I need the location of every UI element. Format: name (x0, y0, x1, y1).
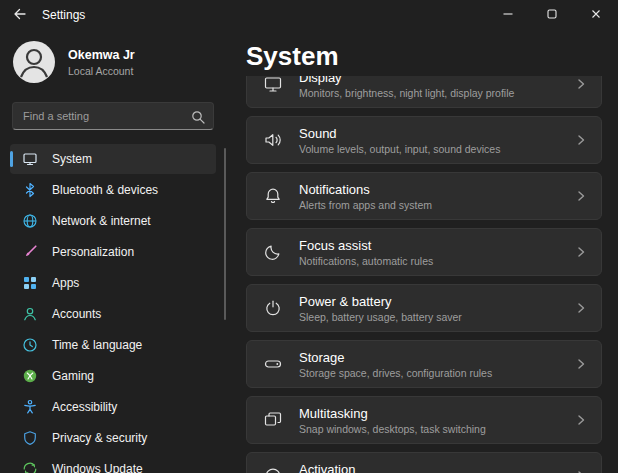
search-box (12, 102, 214, 130)
sidebar-item-time-language[interactable]: Time & language (10, 330, 216, 360)
sidebar-item-label: Gaming (52, 369, 94, 383)
bluetooth-icon (22, 182, 38, 198)
card-subtitle: Monitors, brightness, night light, displ… (299, 87, 514, 99)
sidebar-item-system[interactable]: System (10, 144, 216, 174)
titlebar: Settings (0, 0, 618, 30)
sidebar-item-apps[interactable]: Apps (10, 268, 216, 298)
card-title: Notifications (299, 182, 432, 197)
settings-card-power-battery[interactable]: Power & battery Sleep, battery usage, ba… (246, 284, 602, 332)
card-title: Sound (299, 126, 500, 141)
storage-drive-icon (263, 354, 283, 374)
update-arrows-icon (22, 461, 38, 473)
card-subtitle: Notifications, automatic rules (299, 255, 433, 267)
avatar (12, 40, 56, 84)
sidebar-item-label: Network & internet (52, 214, 151, 228)
sidebar-item-privacy-security[interactable]: Privacy & security (10, 423, 216, 453)
accessibility-icon (22, 399, 38, 415)
card-subtitle: Alerts from apps and system (299, 199, 432, 211)
settings-card-display[interactable]: Display Monitors, brightness, night ligh… (246, 76, 602, 108)
settings-card-sound[interactable]: Sound Volume levels, output, input, soun… (246, 116, 602, 164)
settings-card-activation[interactable]: Activation Activation state, subscriptio… (246, 452, 602, 473)
settings-card-storage[interactable]: Storage Storage space, drives, configura… (246, 340, 602, 388)
card-subtitle: Storage space, drives, configuration rul… (299, 367, 492, 379)
clock-icon (22, 337, 38, 353)
xbox-icon (22, 368, 38, 384)
minimize-button[interactable] (486, 0, 530, 30)
person-icon (22, 306, 38, 322)
sidebar-item-accessibility[interactable]: Accessibility (10, 392, 216, 422)
sidebar-item-gaming[interactable]: Gaming (10, 361, 216, 391)
sidebar-nav: System Bluetooth & devices Network & int… (10, 144, 216, 473)
search-icon (191, 110, 205, 124)
card-title: Power & battery (299, 294, 462, 309)
settings-cards: Display Monitors, brightness, night ligh… (246, 76, 602, 473)
back-button[interactable] (0, 0, 40, 30)
sidebar-item-label: Accessibility (52, 400, 117, 414)
bell-icon (263, 186, 283, 206)
card-subtitle: Sleep, battery usage, battery saver (299, 311, 462, 323)
power-icon (263, 298, 283, 318)
sidebar-item-windows-update[interactable]: Windows Update (10, 454, 216, 473)
settings-card-focus-assist[interactable]: Focus assist Notifications, automatic ru… (246, 228, 602, 276)
window-controls (486, 0, 618, 30)
sidebar-item-bluetooth-devices[interactable]: Bluetooth & devices (10, 175, 216, 205)
sidebar-item-network-internet[interactable]: Network & internet (10, 206, 216, 236)
multitasking-windows-icon (263, 410, 283, 430)
minimize-icon (501, 7, 515, 24)
sidebar-item-label: Time & language (52, 338, 142, 352)
globe-icon (22, 213, 38, 229)
sidebar: Okemwa Jr Local Account System (0, 30, 226, 473)
chevron-right-icon (575, 246, 587, 258)
close-icon (589, 7, 603, 24)
chevron-right-icon (575, 190, 587, 202)
settings-card-multitasking[interactable]: Multitasking Snap windows, desktops, tas… (246, 396, 602, 444)
chevron-right-icon (575, 302, 587, 314)
card-subtitle: Snap windows, desktops, task switching (299, 423, 486, 435)
close-button[interactable] (574, 0, 618, 30)
sidebar-item-label: Privacy & security (52, 431, 147, 445)
card-title: Activation (299, 462, 497, 473)
search-input[interactable] (13, 103, 213, 129)
main-content: System Display Monitors, brightness, nig… (226, 30, 618, 473)
card-title: Multitasking (299, 406, 486, 421)
chevron-right-icon (575, 414, 587, 426)
settings-window: Settings (0, 0, 618, 473)
account-type: Local Account (68, 65, 135, 77)
maximize-icon (545, 7, 559, 24)
maximize-button[interactable] (530, 0, 574, 30)
sidebar-item-label: Apps (52, 276, 79, 290)
sidebar-item-label: Accounts (52, 307, 101, 321)
sidebar-item-label: Bluetooth & devices (52, 183, 158, 197)
system-icon (22, 151, 38, 167)
page-title: System (246, 40, 602, 72)
sidebar-item-accounts[interactable]: Accounts (10, 299, 216, 329)
user-profile[interactable]: Okemwa Jr Local Account (10, 32, 216, 92)
chevron-right-icon (575, 134, 587, 146)
card-subtitle: Volume levels, output, input, sound devi… (299, 143, 500, 155)
sidebar-item-label: System (52, 152, 92, 166)
chevron-right-icon (575, 358, 587, 370)
user-name: Okemwa Jr (68, 48, 135, 62)
shield-icon (22, 430, 38, 446)
chevron-right-icon (575, 78, 587, 90)
sound-icon (263, 130, 283, 150)
settings-card-notifications[interactable]: Notifications Alerts from apps and syste… (246, 172, 602, 220)
paintbrush-icon (22, 244, 38, 260)
card-title: Storage (299, 350, 492, 365)
back-arrow-icon (12, 6, 28, 25)
sidebar-scrollbar[interactable] (224, 148, 226, 320)
crescent-moon-icon (263, 242, 283, 262)
apps-grid-icon (22, 275, 38, 291)
sidebar-item-label: Windows Update (52, 462, 143, 473)
sidebar-item-personalization[interactable]: Personalization (10, 237, 216, 267)
sidebar-item-label: Personalization (52, 245, 134, 259)
card-title: Display (299, 76, 514, 85)
app-title: Settings (42, 8, 85, 22)
display-icon (263, 76, 283, 94)
check-circle-icon (263, 466, 283, 473)
card-title: Focus assist (299, 238, 433, 253)
